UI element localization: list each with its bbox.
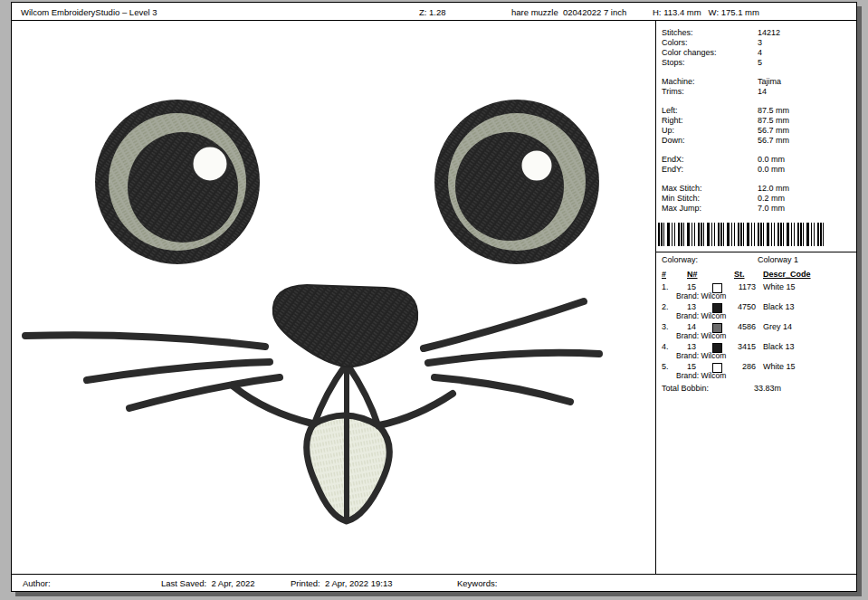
stat-value: 12.0 mm	[758, 184, 789, 193]
stat-row: Max Jump:7.0 mm	[656, 204, 856, 214]
stat-value: 0.2 mm	[758, 194, 785, 203]
thread-stitches: 4586	[721, 322, 756, 331]
thread-desc: White 15	[763, 282, 796, 291]
stat-label: Colors:	[662, 38, 688, 47]
thread-brand: Brand: Wilcom	[676, 371, 726, 380]
left-eye	[95, 100, 260, 264]
zoom-level: Z: 1.28	[419, 7, 446, 17]
stat-value: 87.5 mm	[758, 106, 789, 115]
thread-brand: Brand: Wilcom	[676, 311, 726, 320]
thread-desc: Grey 14	[763, 322, 792, 331]
thread-brand: Brand: Wilcom	[676, 291, 726, 300]
author-label: Author:	[23, 578, 51, 588]
header-bar: Wilcom EmbroideryStudio – Level 3 Z: 1.2…	[12, 3, 856, 21]
stat-label: EndX:	[662, 155, 684, 164]
thread-stitches: 286	[721, 362, 756, 371]
thread-row: 3. 14 4586 Grey 14 Brand: Wilcom	[656, 322, 856, 342]
thread-stitches: 4750	[721, 302, 756, 311]
design-canvas	[12, 21, 656, 574]
stat-label: Max Jump:	[662, 204, 701, 213]
stat-label: Down:	[662, 136, 685, 145]
stat-value: 14	[758, 87, 767, 96]
stat-row: Machine:Tajima	[656, 77, 856, 87]
total-bobbin-value: 33.83m	[754, 384, 781, 393]
thread-number: 1.	[662, 282, 669, 291]
hare-muzzle-design	[12, 21, 654, 573]
thread-number: 3.	[662, 322, 669, 331]
thread-number: 4.	[662, 342, 669, 351]
right-eye	[434, 100, 599, 264]
colorway-row: Colorway: Colorway 1	[656, 252, 856, 266]
stat-value: 5	[758, 58, 762, 67]
stat-row: Stitches:14212	[656, 28, 856, 38]
stat-row: Trims:14	[656, 87, 856, 97]
thread-number: 2.	[662, 302, 669, 311]
thread-row: 5. 15 286 White 15 Brand: Wilcom	[656, 362, 856, 382]
barcode	[658, 223, 825, 246]
stat-label: Left:	[662, 106, 678, 115]
stat-group-limits: Max Stitch:12.0 mm Min Stitch:0.2 mm Max…	[656, 184, 856, 214]
design-name: hare muzzle 02042022 7 inch	[511, 7, 626, 17]
thread-needle: 13	[687, 342, 696, 351]
stat-label: Up:	[662, 126, 674, 135]
worksheet-page: Wilcom EmbroideryStudio – Level 3 Z: 1.2…	[11, 2, 857, 592]
thread-stitches: 3415	[721, 342, 756, 351]
stat-row: Max Stitch:12.0 mm	[656, 184, 856, 194]
thread-needle: 15	[687, 282, 696, 291]
stat-row: EndX:0.0 mm	[656, 155, 856, 165]
thread-desc: Black 13	[763, 302, 795, 311]
stat-value: 14212	[758, 28, 780, 37]
thread-needle: 15	[687, 362, 696, 371]
stat-group-extents: Left:87.5 mm Right:87.5 mm Up:56.7 mm Do…	[656, 106, 856, 146]
stat-label: Machine:	[662, 77, 695, 86]
col-header-stitches: St.	[734, 270, 745, 279]
total-bobbin-row: Total Bobbin: 33.83m	[656, 384, 856, 395]
col-header-needle: N#	[687, 270, 698, 279]
stat-label: Stops:	[662, 58, 685, 67]
stat-label: Color changes:	[662, 48, 717, 57]
thread-table: # N# St. Descr_Code 1. 15 1173 White 15 …	[656, 270, 856, 395]
stat-group-end: EndX:0.0 mm EndY:0.0 mm	[656, 155, 856, 175]
colorway-value: Colorway 1	[758, 255, 798, 264]
thread-brand: Brand: Wilcom	[676, 351, 726, 360]
stats-panel: Stitches:14212 Colors:3 Color changes:4 …	[656, 21, 856, 574]
stat-value: 56.7 mm	[758, 136, 789, 145]
stat-row: Stops:5	[656, 58, 856, 68]
thread-desc: Black 13	[763, 342, 795, 351]
stat-group-machine: Machine:Tajima Trims:14	[656, 77, 856, 97]
stat-label: Min Stitch:	[662, 194, 700, 203]
stat-row: Right:87.5 mm	[656, 116, 856, 126]
thread-row: 4. 13 3415 Black 13 Brand: Wilcom	[656, 342, 856, 362]
stat-row: Color changes:4	[656, 48, 856, 58]
design-dimensions: H: 113.4 mm W: 175.1 mm	[653, 7, 759, 17]
stat-value: 56.7 mm	[758, 126, 789, 135]
thread-number: 5.	[662, 362, 669, 371]
keywords-label: Keywords:	[457, 578, 497, 588]
col-header-desc: Descr_Code	[763, 270, 811, 279]
thread-needle: 13	[687, 302, 696, 311]
stat-row: EndY:0.0 mm	[656, 165, 856, 175]
last-saved: Last Saved: 2 Apr, 2022	[161, 578, 255, 588]
stat-value: Tajima	[758, 77, 781, 86]
thread-brand: Brand: Wilcom	[676, 331, 726, 340]
colorway-label: Colorway:	[662, 255, 698, 264]
stat-row: Down:56.7 mm	[656, 136, 856, 146]
stat-value: 0.0 mm	[758, 165, 785, 174]
stat-row: Left:87.5 mm	[656, 106, 856, 116]
stat-row: Min Stitch:0.2 mm	[656, 194, 856, 204]
thread-stitches: 1173	[721, 282, 756, 291]
stat-value: 3	[758, 38, 762, 47]
stat-label: Max Stitch:	[662, 184, 702, 193]
thread-desc: White 15	[763, 362, 796, 371]
stat-label: Trims:	[662, 87, 684, 96]
app-title: Wilcom EmbroideryStudio – Level 3	[21, 7, 157, 17]
printed: Printed: 2 Apr, 2022 19:13	[291, 578, 393, 588]
footer-bar: Author: Last Saved: 2 Apr, 2022 Printed:…	[12, 574, 856, 591]
thread-needle: 14	[687, 322, 696, 331]
thread-row: 1. 15 1173 White 15 Brand: Wilcom	[656, 282, 856, 302]
stat-row: Colors:3	[656, 38, 856, 48]
col-header-number: #	[662, 270, 666, 279]
stat-label: EndY:	[662, 165, 683, 174]
stat-label: Right:	[662, 116, 683, 125]
thread-table-header: # N# St. Descr_Code	[656, 270, 856, 282]
